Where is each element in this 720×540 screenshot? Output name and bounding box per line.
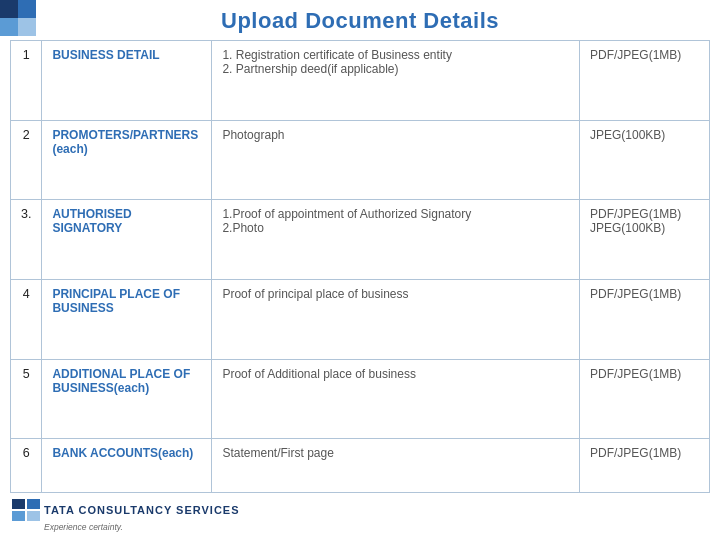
row-docs: 1.Proof of appointment of Authorized Sig… bbox=[212, 200, 580, 280]
row-docs: Photograph bbox=[212, 120, 580, 200]
table-row: 5 ADDITIONAL PLACE OFBUSINESS(each) Proo… bbox=[11, 359, 710, 439]
row-category: PRINCIPAL PLACE OFBUSINESS bbox=[42, 279, 212, 359]
row-num: 1 bbox=[11, 41, 42, 121]
doc-line-1: 1. Registration certificate of Business … bbox=[222, 48, 451, 62]
row-category: BUSINESS DETAIL bbox=[42, 41, 212, 121]
format-line-1: PDF/JPEG(1MB) bbox=[590, 207, 681, 221]
table-row: 2 PROMOTERS/PARTNERS(each) Photograph JP… bbox=[11, 120, 710, 200]
table-row: 3. AUTHORISED SIGNATORY 1.Proof of appoi… bbox=[11, 200, 710, 280]
row-num: 5 bbox=[11, 359, 42, 439]
doc-line-2: 2.Photo bbox=[222, 221, 263, 235]
row-category: ADDITIONAL PLACE OFBUSINESS(each) bbox=[42, 359, 212, 439]
table-row: 6 BANK ACCOUNTS(each) Statement/First pa… bbox=[11, 439, 710, 493]
accent-sq-1 bbox=[0, 0, 18, 18]
header-accent bbox=[0, 0, 36, 36]
row-format: PDF/JPEG(1MB) bbox=[580, 439, 710, 493]
row-category: AUTHORISED SIGNATORY bbox=[42, 200, 212, 280]
tcs-logo: TATA CONSULTANCY SERVICES Experience cer… bbox=[12, 499, 240, 532]
row-docs: Statement/First page bbox=[212, 439, 580, 493]
row-format: PDF/JPEG(1MB) bbox=[580, 279, 710, 359]
table-row: 1 BUSINESS DETAIL 1. Registration certif… bbox=[11, 41, 710, 121]
row-category: PROMOTERS/PARTNERS(each) bbox=[42, 120, 212, 200]
company-name: TATA CONSULTANCY SERVICES bbox=[44, 504, 240, 516]
accent-sq-4 bbox=[18, 18, 36, 36]
doc-line-1: 1.Proof of appointment of Authorized Sig… bbox=[222, 207, 471, 221]
row-format: JPEG(100KB) bbox=[580, 120, 710, 200]
row-docs: Proof of principal place of business bbox=[212, 279, 580, 359]
tcs-icon-svg bbox=[12, 499, 40, 521]
row-docs: Proof of Additional place of business bbox=[212, 359, 580, 439]
company-tagline: Experience certainty. bbox=[44, 522, 240, 532]
page-title: Upload Document Details bbox=[221, 8, 499, 34]
row-category: BANK ACCOUNTS(each) bbox=[42, 439, 212, 493]
row-format: PDF/JPEG(1MB) JPEG(100KB) bbox=[580, 200, 710, 280]
row-format: PDF/JPEG(1MB) bbox=[580, 359, 710, 439]
format-line-2: JPEG(100KB) bbox=[590, 221, 665, 235]
row-docs: 1. Registration certificate of Business … bbox=[212, 41, 580, 121]
svg-rect-3 bbox=[27, 511, 40, 521]
accent-sq-3 bbox=[0, 18, 18, 36]
row-num: 6 bbox=[11, 439, 42, 493]
accent-sq-2 bbox=[18, 0, 36, 18]
table-row: 4 PRINCIPAL PLACE OFBUSINESS Proof of pr… bbox=[11, 279, 710, 359]
header: Upload Document Details bbox=[0, 0, 720, 40]
doc-line-2: 2. Partnership deed(if applicable) bbox=[222, 62, 398, 76]
tcs-logo-top: TATA CONSULTANCY SERVICES bbox=[12, 499, 240, 521]
svg-rect-0 bbox=[12, 499, 25, 509]
footer: TATA CONSULTANCY SERVICES Experience cer… bbox=[0, 493, 720, 540]
row-num: 2 bbox=[11, 120, 42, 200]
document-table: 1 BUSINESS DETAIL 1. Registration certif… bbox=[10, 40, 710, 493]
row-num: 4 bbox=[11, 279, 42, 359]
page-wrapper: Upload Document Details 1 BUSINESS DETAI… bbox=[0, 0, 720, 540]
svg-rect-2 bbox=[12, 511, 25, 521]
row-format: PDF/JPEG(1MB) bbox=[580, 41, 710, 121]
svg-rect-1 bbox=[27, 499, 40, 509]
row-num: 3. bbox=[11, 200, 42, 280]
